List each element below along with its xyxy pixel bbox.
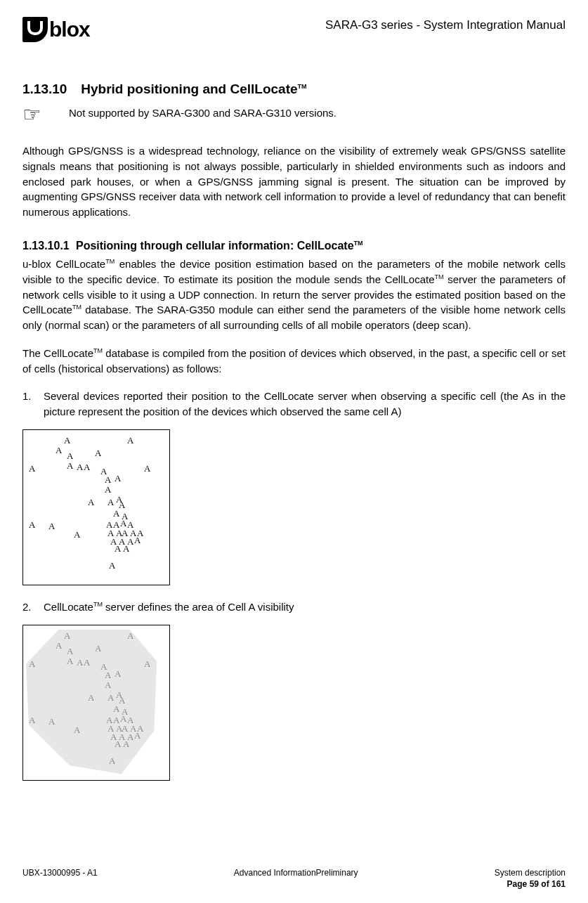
data-point: A [88,498,94,507]
data-point: A [105,680,111,689]
trademark: TM [93,601,103,608]
data-point: A [67,451,73,460]
data-point: A [105,670,111,680]
list-number: 1. [22,389,44,420]
page: blox SARA-G3 series - System Integration… [0,0,588,903]
data-point: A [127,436,133,445]
data-point: A [74,530,80,539]
subsection-number: 1.13.10.1 [22,240,76,252]
data-point: A [123,739,129,748]
note-row: ☞ Not supported by SARA-G300 and SARA-G3… [22,104,566,125]
data-point: A [123,544,129,553]
footer-right: System description [495,868,566,878]
data-point: A [64,631,70,640]
trademark: TM [105,258,115,265]
data-point: A [113,704,119,713]
footer-page-number: Page 59 of 161 [22,879,566,889]
section-heading: 1.13.10 Hybrid positioning and CellLocat… [22,82,566,97]
trademark: TM [298,83,307,90]
page-footer: UBX-13000995 - A1 Advanced InformationPr… [22,868,566,889]
data-point: A [67,647,73,656]
company-logo: blox [22,17,90,42]
footer-row: UBX-13000995 - A1 Advanced InformationPr… [22,868,566,878]
text: u-blox CellLocate [22,258,105,270]
note-text: Not supported by SARA-G300 and SARA-G310… [69,104,337,119]
data-point: A [55,641,62,650]
page-header: blox SARA-G3 series - System Integration… [22,17,566,42]
scatter-diagram-observations: AAAAAAAAAAAAAAAAAAAAAAAAAAAAAAAAAAAAAAA [22,429,170,585]
data-point: A [67,461,73,470]
data-point: A [67,656,73,665]
trademark: TM [93,347,103,354]
subsection-title: Positioning through cellular information… [76,240,354,252]
data-point: A [107,693,114,702]
list-item: 2. CellLocateTM server defines the area … [22,599,566,615]
data-point: A [115,669,121,678]
data-point: A [107,498,114,507]
data-point: A [48,717,55,726]
data-point: A [48,521,55,531]
data-point: A [77,658,83,667]
data-point: A [134,731,141,740]
data-point: A [120,714,126,723]
data-point: A [29,520,35,529]
text: database. The SARA-G350 module can eithe… [22,304,566,331]
data-point: A [95,644,101,653]
scatter-diagram-visibility-area: AAAAAAAAAAAAAAAAAAAAAAAAAAAAAAAAAAAAAAA [22,625,170,781]
data-point: A [115,739,121,748]
trademark: TM [354,240,363,247]
data-point: A [29,715,35,725]
trademark: TM [435,273,444,280]
data-point: A [127,631,133,640]
subsection-heading: 1.13.10.1Positioning through cellular in… [22,240,566,252]
data-point: A [95,448,101,457]
paragraph-intro: Although GPS/GNSS is a widespread techno… [22,143,566,220]
data-point: A [88,693,94,702]
data-point: A [119,500,125,509]
text: server defines the area of Cell A visibi… [103,601,294,613]
data-point: A [105,485,111,494]
data-point: A [113,509,119,518]
data-point: A [134,535,141,545]
text: The CellLocate [22,347,93,359]
data-point: A [119,696,125,705]
data-point: A [84,462,90,472]
data-point: A [84,658,90,667]
data-point: A [77,462,83,472]
data-point: A [64,436,70,445]
data-point: A [144,659,150,668]
data-point: A [120,519,126,528]
trademark: TM [72,304,81,311]
data-point: A [144,464,150,473]
list-text: Several devices reported their position … [44,389,566,420]
footer-doc-id: UBX-13000995 - A1 [22,868,98,878]
logo-mark-icon [22,17,48,42]
list-number: 2. [22,599,44,615]
document-title: SARA-G3 series - System Integration Manu… [325,17,566,32]
list-text: CellLocateTM server defines the area of … [44,599,294,615]
list-item: 1. Several devices reported their positi… [22,389,566,420]
paragraph-celllocate-desc: u-blox CellLocateTM enables the device p… [22,256,566,333]
logo-text: blox [49,19,90,40]
data-point: A [29,659,35,668]
data-point: A [109,561,115,570]
data-point: A [29,464,35,473]
text: database is compiled from the position o… [22,347,566,375]
data-point: A [74,725,80,734]
data-point: A [109,756,115,765]
footer-center: Advanced InformationPreliminary [234,868,358,878]
text: CellLocate [44,601,93,613]
paragraph-database-desc: The CellLocateTM database is compiled fr… [22,346,566,377]
data-point: A [105,475,111,484]
section-title: Hybrid positioning and CellLocate [81,82,297,96]
data-point: A [55,446,62,455]
section-number: 1.13.10 [22,82,77,97]
data-point: A [115,474,121,483]
data-point: A [115,544,121,553]
pointing-hand-icon: ☞ [22,104,51,125]
